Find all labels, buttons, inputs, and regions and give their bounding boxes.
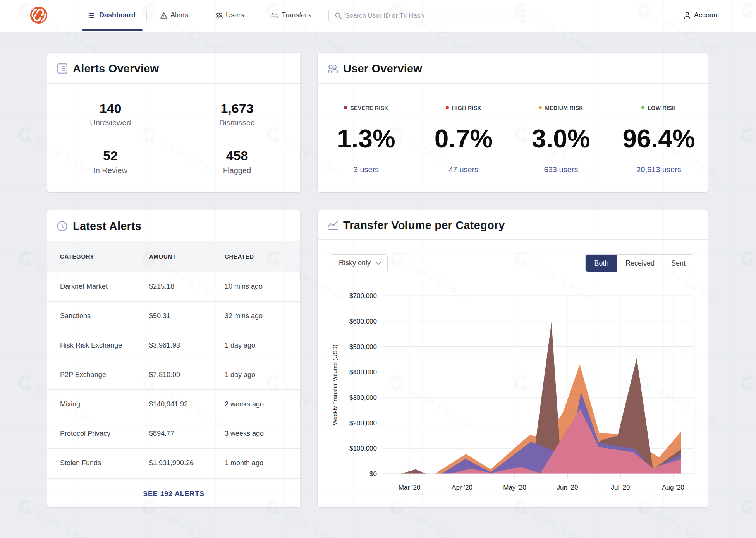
svg-text:Aug ’20: Aug ’20 [662, 484, 684, 491]
svg-text:Jun ’20: Jun ’20 [557, 484, 578, 491]
svg-text:Mar ’20: Mar ’20 [399, 484, 421, 491]
svg-text:May ’20: May ’20 [503, 484, 526, 491]
svg-text:$700,000: $700,000 [349, 292, 377, 300]
svg-text:$200,000: $200,000 [349, 420, 377, 427]
svg-text:$400,000: $400,000 [349, 368, 377, 376]
svg-text:Jul ’20: Jul ’20 [611, 484, 630, 491]
svg-text:$500,000: $500,000 [349, 343, 377, 351]
svg-text:$100,000: $100,000 [349, 445, 377, 452]
svg-text:$300,000: $300,000 [349, 394, 377, 401]
svg-text:$0: $0 [369, 470, 377, 478]
svg-text:Weekly Transfer Volume (USD): Weekly Transfer Volume (USD) [332, 344, 338, 425]
svg-text:Apr ’20: Apr ’20 [452, 484, 472, 491]
svg-text:$600,000: $600,000 [349, 318, 377, 325]
